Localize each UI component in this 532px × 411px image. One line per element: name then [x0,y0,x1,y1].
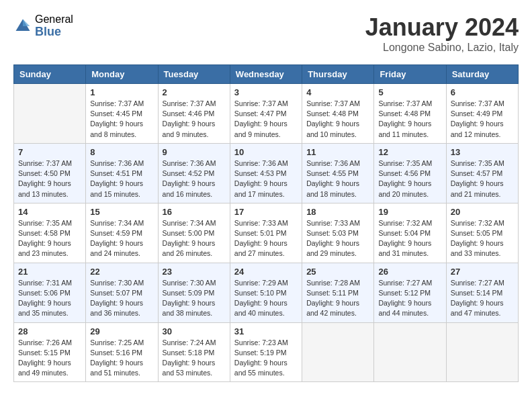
calendar-cell: 24Sunrise: 7:29 AM Sunset: 5:10 PM Dayli… [230,263,302,322]
day-number: 25 [306,267,369,277]
day-info: Sunrise: 7:34 AM Sunset: 5:00 PM Dayligh… [163,218,226,259]
page-header: General Blue January 2024 Longone Sabino… [13,13,519,54]
calendar-cell: 25Sunrise: 7:28 AM Sunset: 5:11 PM Dayli… [302,263,374,322]
day-info: Sunrise: 7:34 AM Sunset: 4:59 PM Dayligh… [90,218,153,259]
title-block: January 2024 Longone Sabino, Lazio, Ital… [365,13,519,54]
day-info: Sunrise: 7:26 AM Sunset: 5:15 PM Dayligh… [18,338,81,379]
calendar-cell: 3Sunrise: 7:37 AM Sunset: 4:47 PM Daylig… [230,84,302,144]
column-header-friday: Friday [374,65,446,84]
calendar-cell: 7Sunrise: 7:37 AM Sunset: 4:50 PM Daylig… [14,143,86,203]
day-info: Sunrise: 7:37 AM Sunset: 4:48 PM Dayligh… [378,99,441,140]
day-number: 8 [90,147,153,157]
day-number: 5 [378,87,441,97]
calendar-cell: 29Sunrise: 7:25 AM Sunset: 5:16 PM Dayli… [86,322,158,382]
calendar-cell: 11Sunrise: 7:36 AM Sunset: 4:55 PM Dayli… [302,143,374,203]
logo-blue: Blue [35,26,73,39]
calendar-cell: 2Sunrise: 7:37 AM Sunset: 4:46 PM Daylig… [158,84,230,144]
day-number: 31 [234,326,298,336]
day-info: Sunrise: 7:24 AM Sunset: 5:18 PM Dayligh… [163,338,226,379]
day-info: Sunrise: 7:37 AM Sunset: 4:45 PM Dayligh… [90,99,153,140]
day-info: Sunrise: 7:36 AM Sunset: 4:51 PM Dayligh… [90,158,153,199]
column-header-sunday: Sunday [14,65,86,84]
calendar-cell: 30Sunrise: 7:24 AM Sunset: 5:18 PM Dayli… [158,322,230,382]
day-info: Sunrise: 7:28 AM Sunset: 5:11 PM Dayligh… [306,278,369,319]
day-info: Sunrise: 7:23 AM Sunset: 5:19 PM Dayligh… [234,338,298,379]
day-number: 15 [90,207,153,217]
day-number: 22 [90,267,153,277]
calendar-cell: 10Sunrise: 7:36 AM Sunset: 4:53 PM Dayli… [230,143,302,203]
calendar-cell [302,322,374,382]
day-number: 4 [306,87,369,97]
week-row-3: 14Sunrise: 7:35 AM Sunset: 4:58 PM Dayli… [14,203,519,263]
day-number: 10 [234,147,298,157]
calendar-cell: 6Sunrise: 7:37 AM Sunset: 4:49 PM Daylig… [446,84,518,144]
day-info: Sunrise: 7:35 AM Sunset: 4:57 PM Dayligh… [451,158,514,199]
day-info: Sunrise: 7:36 AM Sunset: 4:55 PM Dayligh… [306,158,369,199]
day-info: Sunrise: 7:35 AM Sunset: 4:58 PM Dayligh… [18,218,81,259]
day-number: 29 [90,326,153,336]
day-number: 14 [18,207,81,217]
logo-text: General Blue [35,13,73,38]
week-row-5: 28Sunrise: 7:26 AM Sunset: 5:15 PM Dayli… [14,322,519,382]
day-info: Sunrise: 7:33 AM Sunset: 5:01 PM Dayligh… [234,218,298,259]
week-row-2: 7Sunrise: 7:37 AM Sunset: 4:50 PM Daylig… [14,143,519,203]
calendar-cell: 14Sunrise: 7:35 AM Sunset: 4:58 PM Dayli… [14,203,86,263]
calendar-cell: 18Sunrise: 7:33 AM Sunset: 5:03 PM Dayli… [302,203,374,263]
day-number: 12 [378,147,441,157]
day-info: Sunrise: 7:32 AM Sunset: 5:04 PM Dayligh… [378,218,441,259]
calendar-cell: 26Sunrise: 7:27 AM Sunset: 5:12 PM Dayli… [374,263,446,322]
calendar-cell [14,84,86,144]
calendar-subtitle: Longone Sabino, Lazio, Italy [365,42,519,54]
day-number: 11 [306,147,369,157]
day-info: Sunrise: 7:30 AM Sunset: 5:09 PM Dayligh… [163,278,226,319]
week-row-1: 1Sunrise: 7:37 AM Sunset: 4:45 PM Daylig… [14,84,519,144]
day-info: Sunrise: 7:37 AM Sunset: 4:47 PM Dayligh… [234,99,298,140]
day-info: Sunrise: 7:25 AM Sunset: 5:16 PM Dayligh… [90,338,153,379]
day-number: 2 [163,87,226,97]
day-info: Sunrise: 7:37 AM Sunset: 4:48 PM Dayligh… [306,99,369,140]
day-number: 18 [306,207,369,217]
day-number: 21 [18,267,81,277]
calendar-cell: 17Sunrise: 7:33 AM Sunset: 5:01 PM Dayli… [230,203,302,263]
calendar-cell: 4Sunrise: 7:37 AM Sunset: 4:48 PM Daylig… [302,84,374,144]
day-info: Sunrise: 7:31 AM Sunset: 5:06 PM Dayligh… [18,278,81,319]
day-number: 27 [451,267,514,277]
day-number: 13 [451,147,514,157]
day-info: Sunrise: 7:36 AM Sunset: 4:53 PM Dayligh… [234,158,298,199]
day-info: Sunrise: 7:30 AM Sunset: 5:07 PM Dayligh… [90,278,153,319]
calendar-cell: 20Sunrise: 7:32 AM Sunset: 5:05 PM Dayli… [446,203,518,263]
column-header-monday: Monday [86,65,158,84]
svg-marker-1 [23,19,30,26]
day-number: 7 [18,147,81,157]
calendar-cell: 8Sunrise: 7:36 AM Sunset: 4:51 PM Daylig… [86,143,158,203]
day-number: 6 [451,87,514,97]
logo-general: General [35,13,73,26]
day-number: 19 [378,207,441,217]
calendar-header-row: SundayMondayTuesdayWednesdayThursdayFrid… [14,65,519,84]
day-number: 20 [451,207,514,217]
calendar-cell: 22Sunrise: 7:30 AM Sunset: 5:07 PM Dayli… [86,263,158,322]
day-info: Sunrise: 7:27 AM Sunset: 5:14 PM Dayligh… [451,278,514,319]
calendar-cell: 15Sunrise: 7:34 AM Sunset: 4:59 PM Dayli… [86,203,158,263]
day-number: 3 [234,87,298,97]
calendar-cell: 5Sunrise: 7:37 AM Sunset: 4:48 PM Daylig… [374,84,446,144]
day-info: Sunrise: 7:36 AM Sunset: 4:52 PM Dayligh… [163,158,226,199]
calendar-cell: 31Sunrise: 7:23 AM Sunset: 5:19 PM Dayli… [230,322,302,382]
day-info: Sunrise: 7:33 AM Sunset: 5:03 PM Dayligh… [306,218,369,259]
day-number: 9 [163,147,226,157]
logo: General Blue [13,13,73,38]
day-number: 1 [90,87,153,97]
calendar-cell: 12Sunrise: 7:35 AM Sunset: 4:56 PM Dayli… [374,143,446,203]
column-header-thursday: Thursday [302,65,374,84]
day-info: Sunrise: 7:35 AM Sunset: 4:56 PM Dayligh… [378,158,441,199]
calendar-cell: 27Sunrise: 7:27 AM Sunset: 5:14 PM Dayli… [446,263,518,322]
day-number: 26 [378,267,441,277]
calendar-cell: 23Sunrise: 7:30 AM Sunset: 5:09 PM Dayli… [158,263,230,322]
column-header-saturday: Saturday [446,65,518,84]
calendar-cell: 28Sunrise: 7:26 AM Sunset: 5:15 PM Dayli… [14,322,86,382]
week-row-4: 21Sunrise: 7:31 AM Sunset: 5:06 PM Dayli… [14,263,519,322]
calendar-cell: 16Sunrise: 7:34 AM Sunset: 5:00 PM Dayli… [158,203,230,263]
calendar-cell: 13Sunrise: 7:35 AM Sunset: 4:57 PM Dayli… [446,143,518,203]
column-header-tuesday: Tuesday [158,65,230,84]
day-number: 24 [234,267,298,277]
